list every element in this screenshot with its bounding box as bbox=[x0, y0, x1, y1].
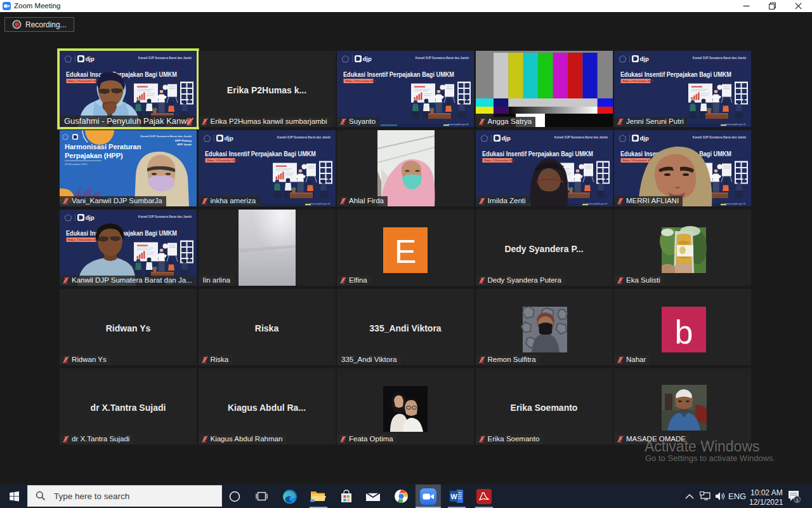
svg-text:KPP Padang: KPP Padang bbox=[175, 139, 192, 142]
svg-text:Harmonisasi Peraturan: Harmonisasi Peraturan bbox=[65, 143, 141, 150]
svg-text:Kanwil DJP Sumatera Barat dan: Kanwil DJP Sumatera Barat dan Jambi bbox=[141, 135, 192, 138]
svg-text:1: 1 bbox=[796, 497, 798, 503]
svg-text:29 November 2021: 29 November 2021 bbox=[65, 163, 88, 166]
svg-text:W: W bbox=[450, 493, 457, 500]
svg-text:E: E bbox=[395, 233, 417, 270]
svg-text:Perpajakan (HPP): Perpajakan (HPP) bbox=[65, 152, 123, 159]
svg-text:b: b bbox=[675, 314, 693, 351]
svg-text:KPP Jambi: KPP Jambi bbox=[177, 143, 192, 146]
